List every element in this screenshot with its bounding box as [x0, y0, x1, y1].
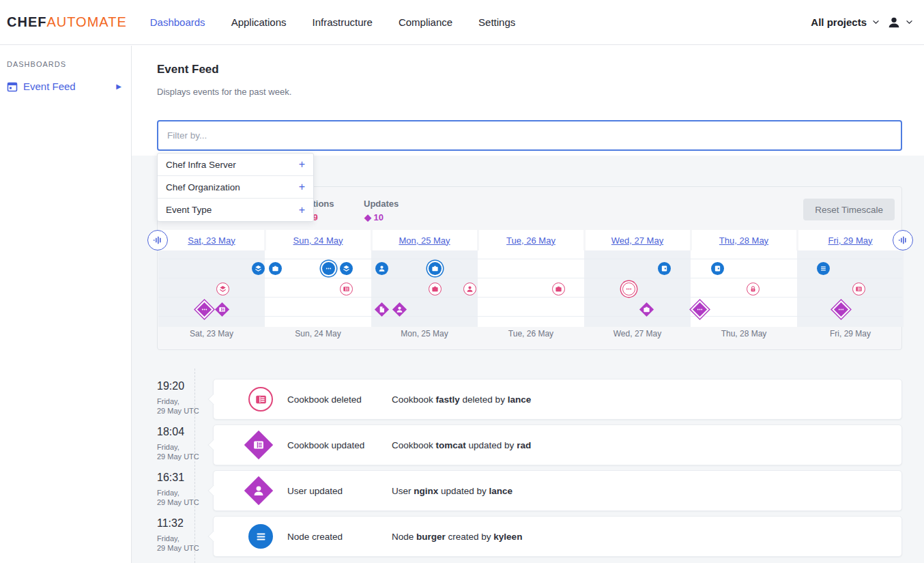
chef-automate-logo[interactable]: CHEFAUTOMATE	[7, 14, 127, 30]
sidebar-item-event-feed[interactable]: Event Feed ▶	[0, 78, 131, 95]
day-header-link[interactable]: Fri, 29 May	[828, 235, 872, 246]
nav-item-infrastructure[interactable]: Infrastructure	[313, 16, 373, 28]
day-header-link[interactable]: Tue, 26 May	[506, 235, 555, 246]
feed-timestamp: 18:04 Friday,29 May UTC	[157, 426, 210, 462]
filter-category-dropdown: Chef Infra Server+Chef Organization+Even…	[157, 153, 314, 222]
filter-category-chef-infra-server[interactable]: Chef Infra Server+	[158, 154, 313, 176]
nav-item-settings[interactable]: Settings	[478, 16, 515, 28]
nav-item-dashboards[interactable]: Dashboards	[150, 16, 205, 28]
feed-event-description: Node burger created by kyleen	[392, 532, 522, 542]
cookbook-icon	[343, 285, 350, 293]
event-marker-create-user[interactable]	[375, 262, 388, 275]
event-marker-delete-briefcase[interactable]	[552, 283, 565, 295]
node-icon	[714, 265, 721, 272]
event-marker-create-layers[interactable]	[340, 262, 353, 275]
user-icon	[244, 476, 273, 505]
lock-icon	[749, 285, 757, 293]
day-header-cell: Mon, 25 May	[373, 230, 477, 250]
filter-category-event-type[interactable]: Event Type+	[158, 199, 313, 221]
add-filter-icon[interactable]: +	[299, 181, 305, 193]
feed-row: 19:20 Friday,29 May UTCCookbook deletedC…	[157, 379, 902, 420]
logo-chef: CHEF	[7, 14, 46, 29]
day-header-cell: Thu, 28 May	[692, 230, 796, 250]
event-marker-delete-cookbook[interactable]	[340, 283, 353, 295]
event-marker-delete-lock[interactable]	[747, 283, 760, 295]
event-marker-create-node[interactable]	[658, 262, 671, 275]
filter-category-label: Chef Infra Server	[166, 160, 236, 170]
feed-time: 18:04	[157, 426, 210, 438]
feed-event-type: User updated	[287, 486, 343, 496]
event-marker-create-briefcase[interactable]	[429, 262, 442, 275]
briefcase-icon	[431, 265, 439, 272]
expand-arrow-icon[interactable]: ▶	[116, 83, 121, 90]
axis-day-label: Tue, 26 May	[478, 329, 584, 338]
event-marker-create-layers[interactable]	[252, 262, 265, 275]
cookbook-icon	[855, 285, 863, 293]
cookbook-icon	[244, 431, 273, 459]
event-marker-delete-layers[interactable]	[216, 283, 229, 295]
filter-category-label: Chef Organization	[166, 182, 240, 192]
user-icon	[466, 285, 474, 293]
feed-date: Friday,29 May UTC	[157, 489, 210, 508]
feed-time: 19:20	[157, 380, 210, 392]
list-icon	[248, 524, 273, 549]
filter-category-chef-organization[interactable]: Chef Organization+	[158, 176, 313, 199]
timescale-handle-left[interactable]	[147, 230, 168, 250]
topbar-right-cluster: All projects	[811, 15, 913, 30]
day-header-link[interactable]: Thu, 28 May	[719, 235, 768, 246]
filter-category-label: Event Type	[166, 205, 212, 215]
event-marker-delete-cookbook[interactable]	[852, 283, 865, 295]
axis-day-label: Wed, 27 May	[584, 329, 691, 338]
user-menu[interactable]	[886, 15, 913, 30]
gridline	[158, 259, 902, 259]
feed-event-type: Cookbook deleted	[287, 394, 362, 405]
feed-event-description: Cookbook tomcat updated by rad	[392, 440, 531, 450]
event-marker-create-node[interactable]	[711, 262, 724, 275]
layers-icon	[343, 265, 350, 272]
axis-day-label: Thu, 28 May	[691, 329, 797, 338]
gridline	[158, 316, 902, 317]
event-marker-delete-briefcase[interactable]	[429, 283, 442, 295]
reset-timescale-button[interactable]: Reset Timescale	[803, 199, 895, 220]
briefcase-icon	[643, 306, 650, 313]
ellipsis-icon	[201, 306, 208, 313]
briefcase-icon	[555, 285, 562, 293]
event-marker-delete-user[interactable]	[463, 283, 476, 295]
waveform-icon	[897, 235, 908, 246]
node-icon	[661, 265, 668, 272]
feed-time: 16:31	[157, 472, 210, 484]
timescale-handle-right[interactable]	[893, 230, 913, 250]
add-filter-icon[interactable]: +	[299, 158, 305, 171]
gridline	[158, 278, 902, 278]
feed-event-card: Cookbook updatedCookbook tomcat updated …	[213, 424, 902, 465]
day-header-cell: Wed, 27 May	[586, 230, 690, 250]
user-avatar-icon	[886, 15, 901, 30]
day-header-link[interactable]: Sat, 23 May	[188, 235, 235, 246]
nav-item-applications[interactable]: Applications	[231, 16, 287, 28]
nav-item-compliance[interactable]: Compliance	[399, 16, 452, 28]
feed-row: 11:32 Friday,29 May UTCNode createdNode …	[157, 516, 902, 557]
projects-label: All projects	[811, 16, 867, 28]
chevron-down-icon	[906, 20, 913, 25]
day-header-link[interactable]: Wed, 27 May	[611, 235, 663, 246]
chef-automate-app: CHEFAUTOMATE DashboardsApplicationsInfra…	[0, 0, 924, 563]
day-header-link[interactable]: Mon, 25 May	[399, 235, 450, 246]
projects-filter-menu[interactable]: All projects	[811, 16, 880, 28]
event-marker-create-ellipsis[interactable]	[322, 262, 335, 275]
feed-event-description: Cookbook fastly deleted by lance	[392, 394, 531, 405]
day-header-link[interactable]: Sun, 24 May	[293, 235, 343, 246]
event-marker-create-list[interactable]	[817, 262, 830, 275]
filter-input[interactable]	[157, 120, 902, 151]
legend-item-updates: Updates◆ 10	[364, 199, 399, 222]
layers-icon	[255, 265, 262, 272]
event-marker-create-briefcase[interactable]	[269, 262, 282, 275]
feed-date: Friday,29 May UTC	[157, 443, 210, 462]
day-header-cell: Sun, 24 May	[266, 230, 371, 250]
event-marker-delete-ellipsis[interactable]	[622, 283, 635, 295]
ellipsis-icon	[325, 265, 332, 272]
add-filter-icon[interactable]: +	[299, 204, 305, 216]
briefcase-icon	[272, 265, 279, 272]
cookbook-icon	[248, 387, 273, 412]
sidebar-heading: DASHBOARDS	[7, 60, 131, 68]
axis-day-label: Fri, 29 May	[797, 329, 904, 338]
